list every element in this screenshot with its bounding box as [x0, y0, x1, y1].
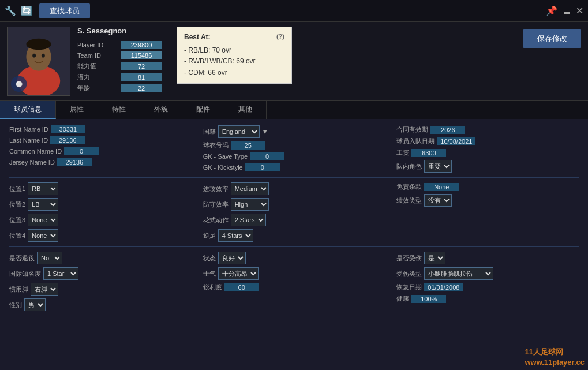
col-injury: 是否受伤 是否 受伤类型 小腿腓肠肌拉伤其他 恢复日期 01/01/2008	[396, 252, 579, 311]
morale-select[interactable]: 十分高昂高昂一般	[218, 267, 259, 280]
tabs-bar: 球员信息 属性 特性 外貌 配件 其他	[0, 101, 588, 119]
gk-kickstyle-value: 0	[245, 163, 280, 171]
sharpness-label: 锐利度	[203, 283, 222, 291]
recovery-date-value: 01/01/2008	[424, 283, 463, 291]
form-content: First Name ID 30331 Last Name ID 29136 C…	[0, 119, 588, 370]
col-tactics: 进攻效率 LowMediumHigh 防守效率 LowMediumHigh 花式…	[203, 182, 385, 242]
retired-select[interactable]: NoYes	[37, 252, 62, 264]
defend-rate-label: 防守效率	[203, 200, 229, 209]
age-label: 年龄	[77, 84, 118, 92]
pos4-label: 位置4	[9, 231, 25, 240]
condition-select[interactable]: 良好一般差	[218, 252, 246, 264]
retired-label: 是否退役	[9, 254, 35, 263]
role-label: 队内角色	[396, 162, 422, 171]
pos1-label: 位置1	[9, 185, 25, 193]
best-at-box: Best At: (?) - RB/LB: 70 ovr - RWB/LWB/C…	[177, 27, 292, 84]
release-clause-label: 免责条款	[396, 182, 422, 191]
preferred-foot-label: 惯用脚	[9, 285, 28, 294]
player-avatar: ⚪	[7, 27, 70, 96]
best-at-title: Best At:	[184, 32, 211, 43]
injury-type-select[interactable]: 小腿腓肠肌拉伤其他	[424, 267, 493, 280]
col-positions: 位置1 RBLBCBNone 位置2 LBRBCBNone 位置3 NoneRB…	[9, 182, 192, 242]
search-player-button[interactable]: 查找球员	[39, 3, 90, 18]
health-value: 100%	[411, 295, 446, 303]
weak-foot-select[interactable]: 1 Stars2 Stars3 Stars4 Stars	[218, 229, 253, 242]
player-stats: S. Sessegnon Player ID 239800 Team ID 11…	[77, 27, 170, 92]
condition-label: 状态	[203, 254, 216, 263]
player-id-value: 239800	[121, 41, 162, 49]
divider-2	[9, 246, 579, 247]
team-id-value: 115486	[121, 51, 162, 59]
wrench-icon[interactable]: 🔧	[5, 5, 16, 16]
col-contract2: 免责条款 None 绩效类型 没有其他	[396, 182, 579, 242]
player-name: S. Sessegnon	[77, 27, 170, 35]
performance-type-label: 绩效类型	[396, 196, 422, 205]
refresh-icon[interactable]: 🔄	[21, 5, 32, 16]
best-at-line2: - RWB/LWB/CB: 69 ovr	[184, 56, 284, 67]
attack-rate-label: 进攻效率	[203, 185, 229, 193]
intl-reputation-select[interactable]: 1 Star2 Stars3 Stars	[43, 267, 78, 280]
col-nationality: 国籍 England France Germany ▼ 球衣号码 25 GK -…	[203, 125, 385, 173]
potential-value: 81	[121, 73, 162, 81]
gk-save-type-label: GK - Save Type	[203, 153, 248, 160]
performance-type-select[interactable]: 没有其他	[424, 194, 452, 207]
gk-kickstyle-label: GK - Kickstyle	[203, 164, 243, 171]
nationality-select[interactable]: England France Germany	[218, 125, 260, 138]
tab-accessories[interactable]: 配件	[182, 101, 224, 119]
save-button[interactable]: 保存修改	[523, 29, 581, 48]
jersey-number-label: 球衣号码	[203, 141, 229, 150]
wage-value: 6300	[411, 149, 446, 157]
minimize-icon[interactable]: 🗕	[562, 6, 571, 16]
tab-other[interactable]: 其他	[224, 101, 267, 119]
skill-moves-select[interactable]: 1 Stars2 Stars3 Stars	[231, 214, 266, 226]
common-name-id-label: Common Name ID	[9, 148, 62, 155]
close-icon[interactable]: ✕	[576, 5, 583, 16]
title-bar: 🔧 🔄 查找球员 📌 🗕 ✕	[0, 0, 588, 22]
last-name-id-label: Last Name ID	[9, 137, 48, 144]
col-status: 是否退役 NoYes 国际知名度 1 Star2 Stars3 Stars 惯用…	[9, 252, 192, 311]
main-content-area: ⚪ S. Sessegnon Player ID 239800 Team ID …	[0, 22, 588, 370]
gender-select[interactable]: 男女	[24, 298, 46, 311]
best-at-line3: - CDM: 66 ovr	[184, 68, 284, 79]
wage-label: 工资	[396, 148, 409, 157]
col-condition: 状态 良好一般差 士气 十分高昂高昂一般 锐利度 60	[203, 252, 385, 311]
tab-traits[interactable]: 特性	[98, 101, 140, 119]
pos2-select[interactable]: LBRBCBNone	[28, 198, 58, 211]
age-value: 22	[121, 84, 162, 92]
nationality-dropdown-icon[interactable]: ▼	[262, 128, 268, 135]
tab-attributes[interactable]: 属性	[56, 101, 98, 119]
best-at-line1: - RB/LB: 70 ovr	[184, 45, 284, 56]
nationality-label: 国籍	[203, 128, 216, 136]
divider-1	[9, 177, 579, 178]
pin-icon[interactable]: 📌	[546, 5, 557, 16]
best-at-hint[interactable]: (?)	[276, 32, 284, 43]
svg-point-5	[32, 54, 36, 58]
skill-moves-label: 花式动作	[203, 216, 229, 225]
col-ids: First Name ID 30331 Last Name ID 29136 C…	[9, 125, 192, 173]
ability-label: 能力值	[77, 62, 118, 70]
injured-label: 是否受伤	[396, 254, 422, 263]
pos2-label: 位置2	[9, 200, 25, 209]
defend-rate-select[interactable]: LowMediumHigh	[231, 198, 269, 211]
role-select[interactable]: 重要核心替补	[424, 160, 452, 173]
jersey-name-id-label: Jersey Name ID	[9, 159, 55, 166]
attack-rate-select[interactable]: LowMediumHigh	[231, 182, 269, 195]
jersey-number-value: 25	[231, 141, 265, 150]
tab-appearance[interactable]: 外貌	[140, 101, 182, 119]
pos1-select[interactable]: RBLBCBNone	[28, 182, 58, 195]
jersey-name-id-value: 29136	[57, 158, 92, 166]
pos4-select[interactable]: NoneRBLBCB	[28, 229, 58, 242]
tab-player-info[interactable]: 球员信息	[0, 101, 56, 119]
gender-label: 性别	[9, 301, 22, 309]
preferred-foot-select[interactable]: 右脚左脚双脚	[31, 283, 58, 296]
ability-value: 72	[121, 62, 162, 70]
pos3-select[interactable]: NoneRBLBCB	[28, 214, 58, 226]
injured-select[interactable]: 是否	[424, 252, 445, 264]
recovery-date-label: 恢复日期	[396, 283, 422, 291]
gk-save-type-value: 0	[250, 152, 284, 160]
col-contract: 合同有效期 2026 球员入队日期 10/08/2021 工资 6300 队内角…	[396, 125, 579, 173]
svg-text:⚪: ⚪	[16, 80, 23, 88]
contract-end-label: 合同有效期	[396, 125, 428, 134]
team-id-label: Team ID	[77, 52, 118, 59]
player-id-label: Player ID	[77, 42, 118, 48]
